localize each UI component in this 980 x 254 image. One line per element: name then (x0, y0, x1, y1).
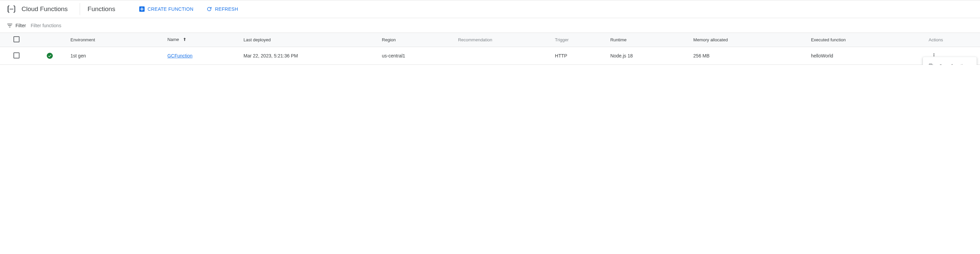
filter-label: Filter (16, 23, 26, 28)
select-all-header[interactable] (0, 33, 33, 47)
table-row: 1st gen GCFunction Mar 22, 2023, 5:21:36… (0, 47, 980, 65)
col-recommendation[interactable]: Recommendation (454, 33, 551, 47)
col-actions: Actions (924, 33, 980, 47)
col-runtime[interactable]: Runtime (606, 33, 689, 47)
create-function-button[interactable]: Create Function (135, 3, 197, 15)
svg-point-4 (934, 53, 935, 54)
functions-table: Environment Name Last deployed Region Re… (0, 33, 980, 65)
status-ok-icon (47, 53, 53, 59)
status-header (33, 33, 67, 47)
plus-box-icon (139, 6, 145, 12)
cell-executed: helloWorld (807, 47, 924, 65)
cell-recommendation (454, 47, 551, 65)
product-area: Cloud Functions (6, 4, 80, 14)
col-environment[interactable]: Environment (67, 33, 164, 47)
col-memory[interactable]: Memory allocated (689, 33, 807, 47)
cell-region: us-central1 (378, 47, 454, 65)
row-checkbox[interactable] (13, 52, 19, 59)
cloud-functions-icon (6, 4, 17, 14)
row-actions-menu: Copy function Test function (923, 57, 977, 65)
refresh-label: Refresh (215, 6, 238, 12)
refresh-button[interactable]: Refresh (203, 3, 242, 15)
refresh-icon (206, 6, 212, 12)
svg-point-0 (10, 8, 11, 10)
create-label: Create Function (148, 6, 193, 12)
filter-input[interactable] (29, 21, 973, 30)
product-title: Cloud Functions (22, 5, 68, 13)
filter-bar: Filter (0, 18, 980, 33)
col-name[interactable]: Name (164, 33, 239, 47)
cell-memory: 256 MB (689, 47, 807, 65)
page-title: Functions (88, 5, 115, 13)
cell-runtime: Node.js 18 (606, 47, 689, 65)
menu-copy-function[interactable]: Copy function (923, 60, 977, 65)
filter-icon (7, 22, 13, 29)
svg-point-5 (934, 56, 935, 56)
svg-point-2 (12, 8, 13, 10)
svg-point-1 (11, 8, 12, 10)
copy-icon (928, 63, 934, 65)
table-header-row: Environment Name Last deployed Region Re… (0, 33, 980, 47)
col-executed[interactable]: Executed function (807, 33, 924, 47)
col-region[interactable]: Region (378, 33, 454, 47)
cell-trigger: HTTP (551, 47, 606, 65)
select-all-checkbox[interactable] (13, 36, 19, 42)
col-trigger[interactable]: Trigger (551, 33, 606, 47)
col-last-deployed[interactable]: Last deployed (239, 33, 378, 47)
function-name-link[interactable]: GCFunction (167, 53, 193, 59)
sort-asc-icon (182, 37, 187, 43)
cell-environment: 1st gen (67, 47, 164, 65)
top-bar: Cloud Functions Functions Create Functio… (0, 0, 980, 18)
cell-last-deployed: Mar 22, 2023, 5:21:36 PM (239, 47, 378, 65)
